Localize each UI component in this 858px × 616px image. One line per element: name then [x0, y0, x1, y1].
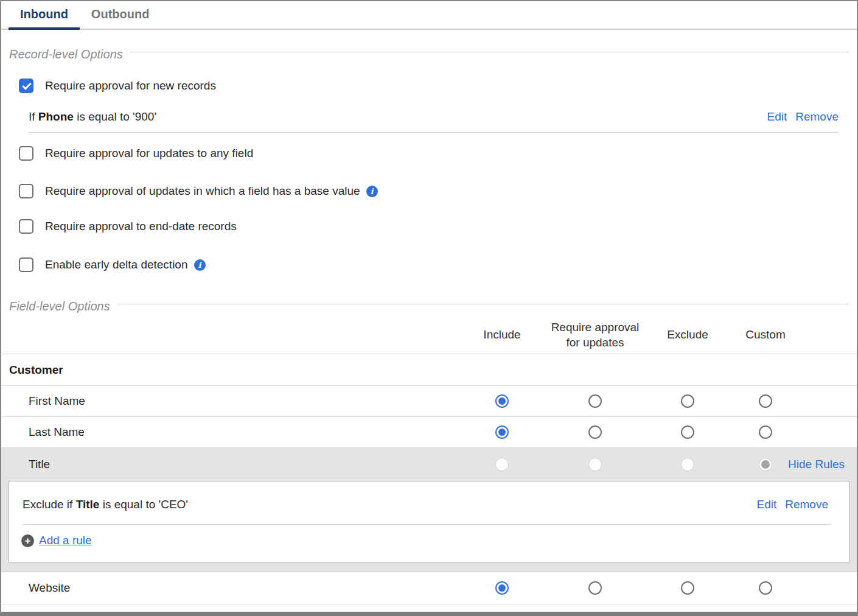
radio-require-approval: [588, 458, 602, 471]
group-header-customer: Customer: [1, 354, 857, 386]
rule-field: Phone: [38, 110, 74, 123]
field-section-title-expanded: Title Hide Rules Exclude if Title is equ…: [1, 448, 857, 572]
field-row-title: Title Hide Rules: [1, 448, 857, 481]
rule-prefix: Exclude if: [23, 498, 76, 511]
remove-rule-link[interactable]: Remove: [785, 498, 828, 511]
field-label: Last Name: [1, 425, 456, 439]
tab-inbound[interactable]: Inbound: [9, 1, 80, 30]
field-level-options-legend: Field-level Options: [9, 300, 849, 313]
checkbox-row-base-value: Require approval of updates in which a f…: [19, 184, 857, 198]
new-record-rule-row: If Phone is equal to '900' Edit Remove: [29, 102, 839, 133]
column-header-custom: Custom: [733, 327, 798, 343]
checkbox-label[interactable]: Require approval to end-date records: [45, 220, 237, 233]
rule-text: Exclude if Title is equal to 'CEO': [23, 498, 757, 511]
radio-require-approval[interactable]: [588, 394, 602, 408]
checkbox-label[interactable]: Require approval for new records: [45, 79, 216, 93]
field-row-last-name: Last Name: [1, 417, 857, 448]
tab-outbound[interactable]: Outbound: [80, 1, 161, 30]
title-rules-panel: Exclude if Title is equal to 'CEO' Edit …: [9, 481, 849, 563]
radio-custom[interactable]: [759, 425, 772, 439]
checkbox-require-approval-new-records[interactable]: [19, 79, 33, 93]
radio-custom[interactable]: [759, 394, 772, 408]
edit-rule-link[interactable]: Edit: [767, 110, 787, 124]
plus-icon[interactable]: +: [21, 534, 34, 547]
radio-exclude: [681, 458, 694, 471]
remove-rule-link[interactable]: Remove: [795, 110, 839, 124]
hide-rules-link[interactable]: Hide Rules: [788, 458, 845, 471]
field-table-header: Include Require approval for updates Exc…: [1, 317, 857, 354]
add-rule-row: + Add a rule: [9, 525, 849, 562]
info-icon[interactable]: i: [194, 259, 206, 271]
radio-require-approval[interactable]: [588, 425, 602, 439]
title-rule-row: Exclude if Title is equal to 'CEO' Edit …: [9, 481, 849, 524]
checkbox-row-delta-detection: Enable early delta detection i: [19, 257, 857, 272]
checkbox-require-approval-updates[interactable]: [19, 146, 33, 161]
field-label: Website: [1, 581, 456, 595]
radio-include: [495, 458, 509, 471]
radio-custom: [759, 458, 772, 471]
legend-text: Record-level Options: [9, 48, 123, 61]
checkbox-row-new-records: Require approval for new records: [19, 79, 857, 93]
checkbox-label[interactable]: Require approval of updates in which a f…: [45, 184, 360, 198]
column-header-require-approval: Require approval for updates: [548, 320, 643, 350]
legend-divider: [117, 304, 849, 304]
field-label: First Name: [1, 394, 456, 408]
rule-suffix: is equal to 'CEO': [99, 498, 188, 511]
rule-prefix: If: [29, 110, 38, 123]
record-level-options-legend: Record-level Options: [9, 48, 849, 61]
radio-include[interactable]: [495, 581, 509, 595]
radio-custom[interactable]: [759, 581, 772, 595]
checkbox-require-approval-end-date[interactable]: [19, 219, 33, 234]
checkbox-row-end-date: Require approval to end-date records: [19, 219, 857, 234]
radio-exclude[interactable]: [681, 394, 694, 408]
radio-exclude[interactable]: [681, 581, 694, 595]
field-label: Title: [1, 458, 456, 471]
edit-rule-link[interactable]: Edit: [757, 498, 777, 511]
rule-field: Title: [76, 498, 100, 511]
direction-tabs: Inbound Outbound: [1, 1, 857, 30]
info-icon[interactable]: i: [366, 186, 378, 197]
checkbox-enable-early-delta-detection[interactable]: [19, 257, 33, 272]
checkbox-row-updates-any-field: Require approval for updates to any fiel…: [19, 146, 857, 161]
field-row-website: Website: [1, 572, 857, 604]
legend-divider: [130, 52, 849, 52]
sync-options-panel: Inbound Outbound Record-level Options Re…: [0, 0, 858, 616]
rule-text: If Phone is equal to '900': [29, 110, 767, 124]
checkbox-require-approval-base-value[interactable]: [19, 184, 33, 198]
add-rule-link[interactable]: Add a rule: [39, 534, 92, 547]
legend-text: Field-level Options: [9, 300, 110, 313]
radio-include[interactable]: [495, 425, 509, 439]
rule-suffix: is equal to '900': [74, 110, 156, 123]
radio-require-approval[interactable]: [588, 581, 602, 595]
column-header-include: Include: [456, 327, 548, 343]
radio-exclude[interactable]: [681, 425, 694, 439]
checkbox-label[interactable]: Enable early delta detection: [45, 258, 188, 271]
field-row-first-name: First Name: [1, 386, 857, 417]
radio-include[interactable]: [495, 394, 509, 408]
checkbox-label[interactable]: Require approval for updates to any fiel…: [45, 147, 253, 160]
column-header-exclude: Exclude: [643, 327, 733, 343]
